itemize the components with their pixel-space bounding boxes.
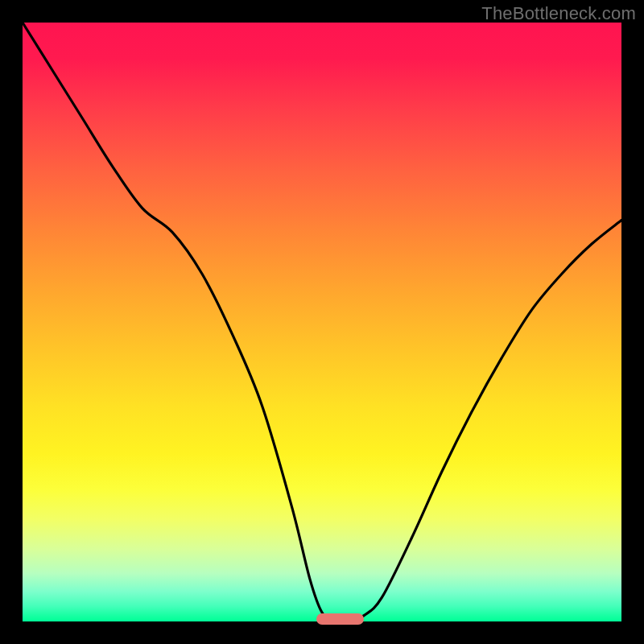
chart-plot-area <box>23 23 621 621</box>
bottleneck-curve <box>23 23 621 621</box>
watermark-text: TheBottleneck.com <box>481 3 636 24</box>
optimal-range-marker <box>316 613 365 625</box>
